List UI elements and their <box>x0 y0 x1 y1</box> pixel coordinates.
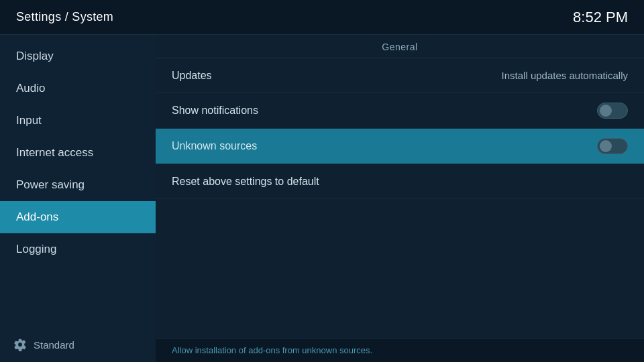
setting-row-reset-settings[interactable]: Reset above settings to default <box>156 164 644 199</box>
sidebar-item-input[interactable]: Input <box>0 105 156 137</box>
sidebar-item-internet-access[interactable]: Internet access <box>0 137 156 169</box>
show-notifications-toggle[interactable] <box>597 103 628 119</box>
status-bar: Allow installation of add-ons from unkno… <box>156 338 644 362</box>
updates-label: Updates <box>172 70 212 82</box>
sidebar-item-power-saving[interactable]: Power saving <box>0 169 156 201</box>
content-area: General Updates Install updates automati… <box>156 35 644 362</box>
sidebar-bottom: Standard <box>0 327 156 362</box>
settings-list: Updates Install updates automatically Sh… <box>156 58 644 338</box>
setting-row-updates[interactable]: Updates Install updates automatically <box>156 58 644 93</box>
status-text: Allow installation of add-ons from unkno… <box>172 345 372 355</box>
clock: 8:52 PM <box>573 9 628 26</box>
sidebar-item-add-ons[interactable]: Add-ons <box>0 201 156 233</box>
main-layout: Display Audio Input Internet access Powe… <box>0 35 644 362</box>
show-notifications-label: Show notifications <box>172 105 258 117</box>
sidebar-item-logging[interactable]: Logging <box>0 233 156 265</box>
setting-row-show-notifications[interactable]: Show notifications <box>156 93 644 129</box>
unknown-sources-label: Unknown sources <box>172 140 257 152</box>
reset-settings-label: Reset above settings to default <box>172 176 319 188</box>
updates-value: Install updates automatically <box>502 70 628 81</box>
sidebar-item-audio[interactable]: Audio <box>0 72 156 105</box>
setting-row-unknown-sources[interactable]: Unknown sources <box>156 129 644 164</box>
unknown-sources-toggle[interactable] <box>597 138 628 154</box>
sidebar-item-display[interactable]: Display <box>0 40 156 72</box>
sidebar-standard-label: Standard <box>34 339 74 351</box>
header: Settings / System 8:52 PM <box>0 0 644 35</box>
sidebar: Display Audio Input Internet access Powe… <box>0 35 156 362</box>
section-label: General <box>156 35 644 58</box>
gear-icon <box>13 338 27 351</box>
page-title: Settings / System <box>16 10 113 24</box>
